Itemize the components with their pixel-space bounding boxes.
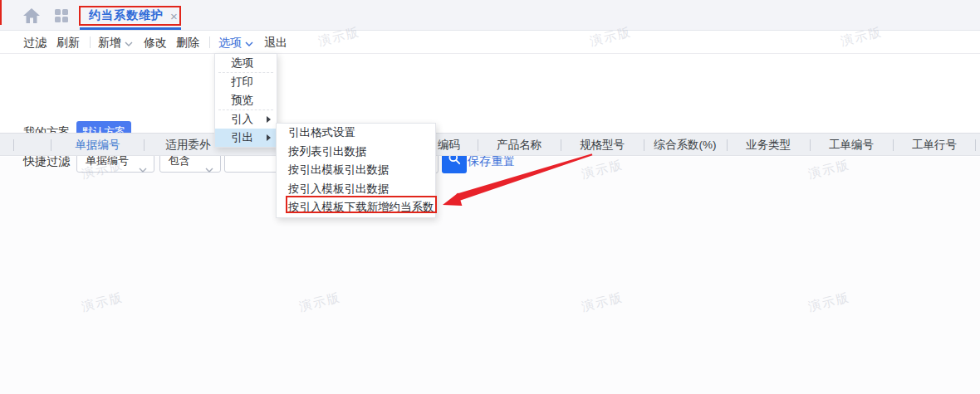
menubar-item-refresh[interactable]: 刷新 [56,31,80,54]
chevron-down-icon [125,31,133,54]
apps-grid-icon[interactable] [55,9,68,22]
submenu-item-export-by-export-template[interactable]: 按引出模板引出数据 [277,161,435,180]
tab-title[interactable]: 约当系数维护 [81,8,164,23]
active-tab-red-annotation-box: 约当系数维护 × [79,6,181,26]
menubar-item-modify[interactable]: 修改 [144,31,167,54]
chevron-down-icon [139,158,147,180]
chevron-down-icon [205,158,213,180]
column-header-code[interactable]: 编码 [438,134,478,157]
submenu-arrow-icon [267,116,271,123]
column-header-business-type[interactable]: 业务类型 [727,134,810,157]
submenu-arrow-icon [267,134,271,141]
column-header-spec-model[interactable]: 规格型号 [561,134,644,157]
home-icon[interactable] [23,8,40,23]
column-header-workorder-line[interactable]: 工单行号 [893,134,976,157]
submenu-item-export-by-list[interactable]: 按列表引出数据 [277,143,435,162]
submenu-item-export-format-settings[interactable]: 引出格式设置 [277,124,435,143]
active-tab-underline [80,27,181,30]
options-dropdown-menu: 选项 打印 预览 引入 引出 [214,53,277,148]
toolbar-menu-bar: 过滤 刷新 新增 修改 删除 选项 退出 [0,31,980,54]
menu-item-export[interactable]: 引出 [215,129,277,147]
menubar-item-filter[interactable]: 过滤 [23,31,47,54]
menubar-item-delete[interactable]: 删除 [176,31,199,54]
filter-panel: 我的方案 默认方案 快捷过滤 单据编号 包含 [0,54,980,133]
column-header-workorder-no[interactable]: 工单编号 [810,134,893,157]
menubar-separator [209,36,210,48]
column-header-doc-number[interactable]: 单据编号 [51,134,144,157]
menubar-item-exit[interactable]: 退出 [264,31,287,54]
submenu-item-download-new-coefficient-by-import-template[interactable]: 按引入模板下载新增约当系数 [277,198,435,217]
menu-item-preview[interactable]: 预览 [215,91,277,109]
menu-item-import[interactable]: 引入 [215,110,277,129]
table-body-empty [0,157,980,394]
column-separator [13,139,14,151]
submenu-item-export-by-import-template[interactable]: 按引入模板引出数据 [277,180,435,199]
top-bar: 约当系数维护 × [0,0,980,31]
red-edge-artifact [0,0,2,25]
menubar-item-add[interactable]: 新增 [98,31,133,54]
table-header-row: 单据编号 适用委外 编码 产品名称 规格型号 综合系数(%) 业务类型 工单编号… [0,133,980,156]
menubar-item-options[interactable]: 选项 [218,31,253,54]
column-header-coefficient[interactable]: 综合系数(%) [644,134,727,157]
tab-close-icon[interactable]: × [170,10,178,22]
chevron-down-icon [245,31,253,54]
menu-item-options[interactable]: 选项 [215,54,277,72]
menu-item-print[interactable]: 打印 [215,73,277,91]
menubar-separator [90,36,91,48]
export-submenu: 引出格式设置 按列表引出数据 按引出模板引出数据 按引入模板引出数据 按引入模板… [276,123,436,218]
column-header-product-name[interactable]: 产品名称 [478,134,561,157]
